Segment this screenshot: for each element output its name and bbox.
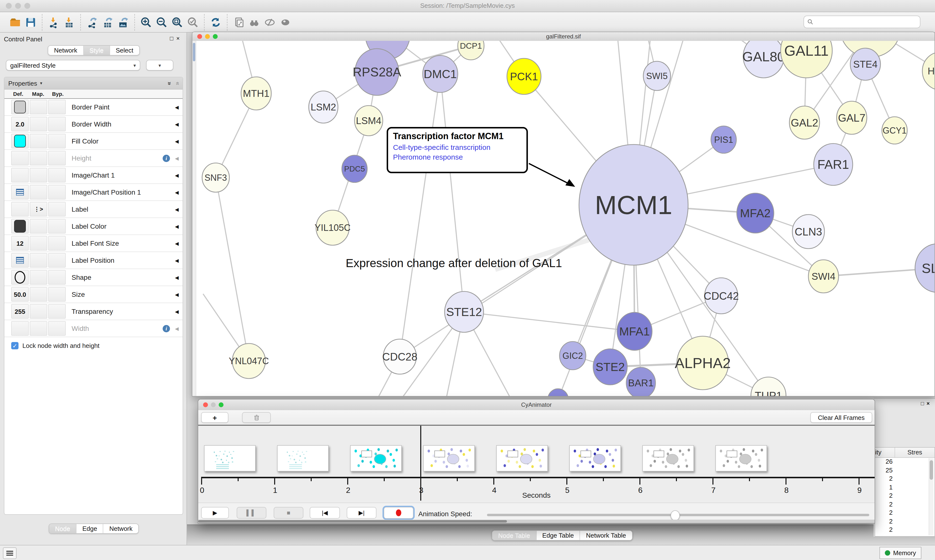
float-panel-icon[interactable]: □ xyxy=(921,400,926,406)
skip-to-end-button[interactable]: ▶| xyxy=(347,507,376,518)
timeline-playhead[interactable] xyxy=(420,426,421,501)
network-node-MFA2[interactable]: MFA2 xyxy=(737,193,774,233)
property-row[interactable]: Border Paint◀ xyxy=(5,99,183,116)
expand-all-icon[interactable]: » xyxy=(166,82,173,85)
table-row[interactable]: 2 xyxy=(875,475,935,483)
zoom-in-icon[interactable] xyxy=(140,16,153,28)
tab-edge-table[interactable]: Edge Table xyxy=(536,531,580,540)
mapping-cell[interactable] xyxy=(30,236,47,251)
default-value-cell[interactable]: 255 xyxy=(11,304,29,319)
network-window-titlebar[interactable]: galFiltered.sif xyxy=(192,32,935,42)
property-row[interactable]: 255Transparency◀ xyxy=(5,303,183,320)
network-node-GAL80[interactable]: GAL80 xyxy=(742,41,785,78)
annotation-link[interactable]: Pheromone response xyxy=(393,153,522,161)
bypass-cell[interactable] xyxy=(48,202,66,217)
property-row[interactable]: Image/Chart Position 1◀ xyxy=(5,184,183,201)
mapping-cell[interactable] xyxy=(30,321,47,336)
network-node-YNL047C[interactable]: YNL047C xyxy=(229,343,269,378)
current-style-combo[interactable]: galFiltered Style▾ xyxy=(6,60,140,71)
export-image-icon[interactable] xyxy=(117,16,130,28)
network-node-CDC28[interactable]: CDC28 xyxy=(382,339,417,374)
bypass-cell[interactable] xyxy=(48,185,66,200)
show-panels-button[interactable] xyxy=(3,547,17,559)
close-panel-icon[interactable]: × xyxy=(176,35,183,42)
default-value-cell[interactable]: 2.0 xyxy=(11,117,29,131)
play-button[interactable]: ▶ xyxy=(201,507,229,518)
default-value-cell[interactable] xyxy=(11,151,29,165)
property-row[interactable]: Label Color◀ xyxy=(5,218,183,235)
annotation-link[interactable]: Cell-type-specific transcription xyxy=(393,143,522,151)
network-node-PDC5[interactable]: PDC5 xyxy=(342,155,367,182)
network-node-STE4[interactable]: STE4 xyxy=(850,48,881,80)
style-options-button[interactable]: ▾ xyxy=(146,60,173,71)
table-row[interactable]: 2 xyxy=(875,517,935,526)
network-node-MFA1[interactable]: MFA1 xyxy=(617,312,652,350)
property-row[interactable]: Heighti◀ xyxy=(5,150,183,167)
default-value-cell[interactable] xyxy=(11,168,29,182)
timeline-frame-7[interactable] xyxy=(715,445,767,471)
network-node-GCY1[interactable]: GCY1 xyxy=(882,117,907,144)
bypass-cell[interactable] xyxy=(48,236,66,251)
expand-row-icon[interactable]: ◀ xyxy=(175,309,179,314)
animation-speed-slider[interactable] xyxy=(487,514,869,516)
network-node-TUP1[interactable]: TUP1 xyxy=(751,377,786,396)
network-node-FAR1[interactable]: FAR1 xyxy=(814,143,853,185)
table-vertical-scrollbar[interactable] xyxy=(929,458,933,535)
network-node-DCP1[interactable]: DCP1 xyxy=(458,41,484,60)
mapping-cell[interactable] xyxy=(30,219,47,234)
cyanimator-hscrollbar[interactable] xyxy=(198,520,875,523)
column-header-stress[interactable]: Stres xyxy=(895,448,935,457)
expand-row-icon[interactable]: ◀ xyxy=(175,172,179,178)
tab-network[interactable]: Network xyxy=(103,524,138,533)
table-row[interactable]: 2 xyxy=(875,500,935,509)
tab-style[interactable]: Style xyxy=(83,46,110,55)
tab-node[interactable]: Node xyxy=(49,524,76,533)
info-icon[interactable]: i xyxy=(163,154,170,162)
add-frame-button[interactable]: + xyxy=(201,412,228,423)
property-row[interactable]: Shape◀ xyxy=(5,269,183,286)
default-value-cell[interactable] xyxy=(11,321,29,336)
cyanimator-timeline[interactable]: 0123456789 Seconds xyxy=(198,426,875,503)
expand-row-icon[interactable]: ◀ xyxy=(175,206,179,212)
mapping-cell[interactable] xyxy=(30,134,47,148)
network-node-SNF3[interactable]: SNF3 xyxy=(202,163,229,192)
stop-button[interactable]: ■ xyxy=(274,507,303,518)
expand-row-icon[interactable]: ◀ xyxy=(175,223,179,229)
expand-row-icon[interactable]: ◀ xyxy=(175,138,179,144)
hide-graphics-icon[interactable] xyxy=(264,16,276,28)
mapping-cell[interactable] xyxy=(30,287,47,302)
tab-network[interactable]: Network xyxy=(48,46,83,55)
mapping-cell[interactable]: ⋮> xyxy=(30,202,47,217)
column-header-centrality[interactable]: ity xyxy=(875,448,895,457)
network-node-BAR1[interactable]: BAR1 xyxy=(626,367,656,396)
network-node-MCM1[interactable]: MCM1 xyxy=(579,145,688,265)
network-canvas[interactable]: DCP1RPS28ADMC1PCK1SWI5GAL80GAL11STE4HAP2… xyxy=(192,41,935,396)
tab-node-table[interactable]: Node Table xyxy=(492,531,536,540)
expand-row-icon[interactable]: ◀ xyxy=(175,189,179,195)
default-value-cell[interactable] xyxy=(11,219,29,234)
annotation-box[interactable]: Transcription factor MCM1 Cell-type-spec… xyxy=(387,127,528,173)
default-value-cell[interactable] xyxy=(11,270,29,285)
table-row[interactable]: 2 xyxy=(875,526,935,534)
zoom-fit-icon[interactable] xyxy=(171,16,184,28)
property-row[interactable]: 12Label Font Size◀ xyxy=(5,235,183,252)
mapping-cell[interactable] xyxy=(30,270,47,285)
cyanimator-titlebar[interactable]: CyAnimator xyxy=(198,400,875,411)
property-row[interactable]: Fill Color◀ xyxy=(5,133,183,150)
default-value-cell[interactable]: 12 xyxy=(11,236,29,251)
default-value-cell[interactable] xyxy=(11,253,29,268)
property-row[interactable]: 50.0Size◀ xyxy=(5,286,183,303)
bypass-cell[interactable] xyxy=(48,321,66,336)
float-panel-icon[interactable]: □ xyxy=(170,35,176,42)
network-node-YIL105C[interactable]: YIL105C xyxy=(315,210,350,245)
zoom-selected-icon[interactable] xyxy=(187,16,199,28)
import-table-icon[interactable] xyxy=(63,16,76,28)
expand-row-icon[interactable]: ◀ xyxy=(175,292,179,297)
property-row[interactable]: ⋮>Label◀ xyxy=(5,201,183,218)
mapping-cell[interactable] xyxy=(30,253,47,268)
lock-size-checkbox[interactable]: ✓ xyxy=(11,342,19,349)
expand-row-icon[interactable]: ◀ xyxy=(175,105,179,110)
mapping-cell[interactable] xyxy=(30,304,47,319)
clipboard-icon[interactable] xyxy=(232,16,245,28)
network-node-SLT2[interactable]: SLT2 xyxy=(915,244,935,292)
